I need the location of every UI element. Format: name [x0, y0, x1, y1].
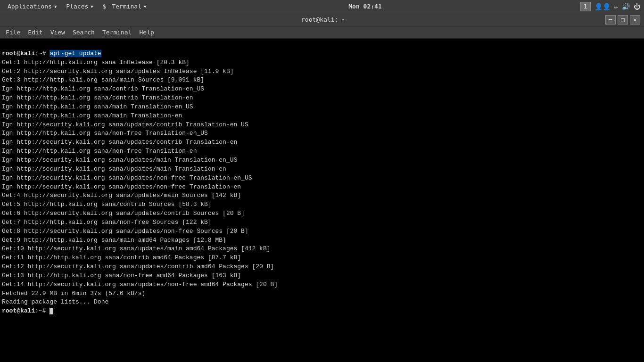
terminal-dollar: $: [103, 3, 107, 10]
output-line-26: Get:14 http://security.kali.org sana/upd…: [2, 281, 278, 288]
system-clock: Mon 02:41: [348, 3, 381, 10]
places-arrow: ▼: [91, 4, 93, 9]
output-line-6: Ign http://http.kali.org sana/main Trans…: [2, 103, 193, 110]
applications-menu[interactable]: Applications ▼: [4, 2, 60, 11]
applications-arrow: ▼: [54, 4, 57, 9]
terminal-content[interactable]: root@kali:~# apt-get update Get:1 http:/…: [0, 39, 644, 362]
output-line-5: Ign http://http.kali.org sana/contrib Tr…: [2, 94, 193, 101]
terminal-title: root@kali: ~: [41, 16, 605, 23]
output-line-9: Ign http://http.kali.org sana/non-free T…: [2, 130, 208, 137]
output-line-1: Get:1 http://http.kali.org sana InReleas…: [2, 59, 190, 66]
system-bar-left: Applications ▼ Places ▼ $ Terminal ▼: [4, 2, 150, 11]
applications-label: Applications: [8, 3, 52, 10]
prompt-line-0: root@kali:~# apt-get update: [2, 50, 101, 57]
output-line-16: Get:4 http://security.kali.org sana/upda…: [2, 192, 241, 199]
output-line-8: Ign http://security.kali.org sana/update…: [2, 121, 248, 128]
output-line-4: Ign http://http.kali.org sana/contrib Tr…: [2, 85, 204, 92]
datetime-label: Mon 02:41: [348, 3, 381, 10]
places-menu[interactable]: Places ▼: [62, 2, 97, 11]
output-line-23: Get:11 http://http.kali.org sana/contrib…: [2, 254, 241, 261]
pencil-icon: ✏️: [614, 3, 618, 10]
terminal-label: Terminal: [112, 3, 141, 10]
menu-help[interactable]: Help: [136, 28, 158, 37]
output-line-18: Get:6 http://security.kali.org sana/upda…: [2, 210, 245, 217]
terminal-title-bar: root@kali: ~ ─ □ ✕: [0, 13, 644, 26]
minimize-button[interactable]: ─: [605, 15, 616, 25]
maximize-button[interactable]: □: [618, 15, 628, 25]
terminal-menu[interactable]: $ Terminal ▼: [99, 2, 150, 11]
output-line-11: Ign http://http.kali.org sana/non-free T…: [2, 148, 197, 155]
output-line-28: Reading package lists... Done: [2, 298, 108, 305]
output-line-21: Get:9 http://http.kali.org sana/main amd…: [2, 237, 226, 244]
system-bar: Applications ▼ Places ▼ $ Terminal ▼ Mon…: [0, 0, 644, 13]
output-line-12: Ign http://security.kali.org sana/update…: [2, 156, 237, 164]
output-line-15: Ign http://security.kali.org sana/update…: [2, 183, 241, 190]
output-line-7: Ign http://http.kali.org sana/main Trans…: [2, 112, 182, 119]
cursor-block: [50, 308, 53, 314]
output-line-20: Get:8 http://security.kali.org sana/upda…: [2, 228, 248, 235]
output-line-17: Get:5 http://http.kali.org sana/contrib …: [2, 201, 212, 208]
users-icon: 👤👤: [594, 3, 611, 10]
menu-edit[interactable]: Edit: [24, 28, 46, 37]
menu-file[interactable]: File: [2, 28, 24, 37]
menu-search[interactable]: Search: [69, 28, 99, 37]
terminal-arrow: ▼: [144, 4, 146, 9]
menu-terminal[interactable]: Terminal: [99, 28, 136, 37]
menu-view[interactable]: View: [47, 28, 69, 37]
prompt-final: root@kali:~#: [2, 307, 53, 314]
volume-icon: 🔊: [622, 3, 630, 10]
output-line-10: Ign http://security.kali.org sana/update…: [2, 139, 237, 146]
output-line-25: Get:13 http://http.kali.org sana/non-fre…: [2, 272, 241, 279]
output-line-19: Get:7 http://http.kali.org sana/non-free…: [2, 219, 212, 226]
places-label: Places: [66, 3, 88, 10]
power-icon[interactable]: ⏻: [634, 3, 640, 10]
window-controls: ─ □ ✕: [605, 15, 640, 25]
output-line-24: Get:12 http://security.kali.org sana/upd…: [2, 263, 274, 270]
output-line-13: Ign http://security.kali.org sana/update…: [2, 165, 226, 173]
output-line-14: Ign http://security.kali.org sana/update…: [2, 174, 252, 181]
output-line-27: Fetched 22.9 MB in 6min 37s (57.6 kB/s): [2, 290, 145, 297]
output-line-22: Get:10 http://security.kali.org sana/upd…: [2, 245, 271, 252]
workspace-indicator[interactable]: 1: [580, 2, 591, 11]
system-bar-right: 1 👤👤 ✏️ 🔊 ⏻: [580, 2, 640, 11]
output-line-3: Get:3 http://http.kali.org sana/main Sou…: [2, 76, 204, 83]
close-button[interactable]: ✕: [630, 15, 640, 25]
output-line-2: Get:2 http://security.kali.org sana/upda…: [2, 68, 233, 75]
terminal-window: root@kali: ~ ─ □ ✕ File Edit View Search…: [0, 13, 644, 362]
terminal-menu-bar: File Edit View Search Terminal Help: [0, 26, 644, 39]
